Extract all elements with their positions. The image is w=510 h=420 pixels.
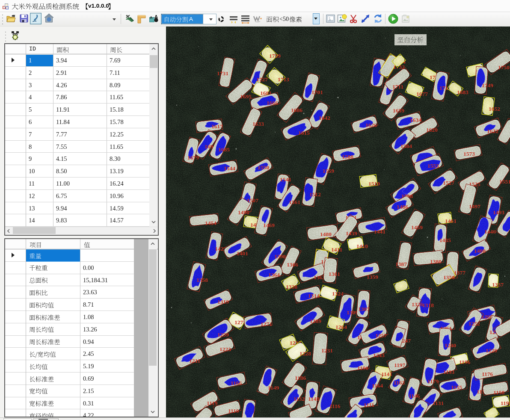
svg-text:A: A xyxy=(150,15,153,20)
